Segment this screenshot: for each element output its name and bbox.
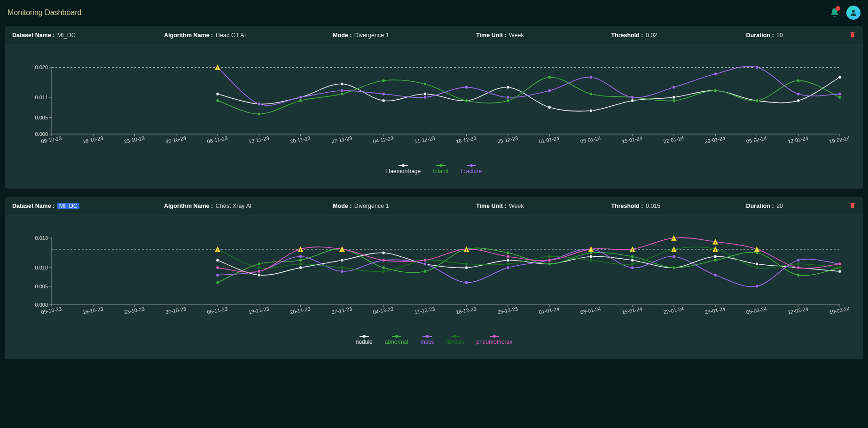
svg-point-68	[216, 99, 219, 103]
user-icon	[849, 8, 858, 17]
legend-label: mass	[421, 339, 434, 345]
svg-point-179	[672, 266, 675, 269]
svg-point-57	[423, 92, 427, 95]
svg-text:!: !	[342, 248, 343, 253]
svg-point-223	[506, 255, 509, 258]
svg-point-195	[672, 255, 675, 258]
svg-text:12-02-24: 12-02-24	[787, 135, 808, 144]
svg-point-92	[548, 89, 551, 92]
legend-label: nodule	[356, 339, 373, 345]
svg-point-62	[631, 99, 634, 103]
svg-text:13-11-23: 13-11-23	[248, 135, 269, 144]
svg-point-75	[506, 99, 509, 103]
legend-swatch-icon	[467, 164, 476, 167]
svg-point-159	[506, 259, 509, 262]
svg-text:25-12-23: 25-12-23	[497, 306, 518, 315]
delete-button[interactable]	[849, 202, 856, 210]
legend-item[interactable]: Fracture	[461, 164, 482, 174]
svg-point-80	[714, 89, 717, 92]
svg-point-158	[465, 266, 468, 269]
divergence-chart[interactable]: 0.0000.0050.0110.02009-10-2316-10-2323-1…	[19, 63, 849, 161]
svg-text:!: !	[590, 248, 591, 253]
svg-text:!: !	[756, 248, 757, 253]
legend-item[interactable]: abnormal	[385, 335, 408, 345]
svg-point-208	[548, 255, 551, 258]
delete-button[interactable]	[849, 31, 856, 39]
svg-point-74	[465, 99, 468, 103]
legend-item[interactable]: pneumothorax	[477, 335, 513, 345]
svg-point-96	[714, 72, 717, 76]
svg-point-207	[506, 262, 509, 266]
algorithm-label: Algorithm Name :	[164, 203, 213, 209]
user-avatar[interactable]	[846, 6, 860, 20]
dataset-value: MI_DC	[57, 32, 76, 39]
divergence-chart[interactable]: 0.0000.0050.0100.01809-10-2316-10-2323-1…	[19, 233, 849, 332]
legend-item[interactable]: nodule	[356, 335, 373, 345]
svg-text:!: !	[217, 248, 218, 253]
svg-point-60	[548, 106, 551, 109]
svg-point-230	[797, 266, 800, 269]
svg-point-89	[423, 95, 427, 99]
svg-point-209	[589, 259, 593, 262]
legend-swatch-icon	[360, 335, 369, 338]
threshold-label: Threshold :	[611, 203, 643, 209]
dataset-label: Dataset Name :	[12, 203, 55, 209]
svg-text:27-11-23: 27-11-23	[331, 135, 352, 144]
timeunit-label: Time Unit :	[476, 32, 506, 39]
mode-value: Divergence 1	[354, 32, 389, 39]
mode-value: Divergence 1	[354, 203, 389, 209]
svg-point-56	[382, 99, 385, 103]
svg-point-186	[299, 255, 302, 258]
svg-text:25-12-23: 25-12-23	[497, 135, 518, 144]
svg-point-67	[838, 76, 842, 79]
svg-point-70	[299, 99, 302, 103]
notifications-button[interactable]	[829, 8, 840, 18]
svg-point-213	[755, 266, 759, 269]
svg-text:30-10-23: 30-10-23	[165, 135, 186, 144]
svg-point-69	[258, 112, 261, 116]
svg-point-217	[258, 270, 261, 273]
svg-text:19-02-24: 19-02-24	[829, 306, 849, 315]
svg-point-187	[340, 270, 344, 273]
svg-point-76	[548, 76, 551, 79]
svg-text:11-12-23: 11-12-23	[414, 306, 435, 315]
svg-text:06-11-23: 06-11-23	[207, 135, 228, 144]
svg-point-162	[631, 259, 634, 262]
svg-point-165	[755, 262, 759, 266]
legend-item[interactable]: Infarct	[433, 164, 448, 174]
svg-point-87	[340, 89, 344, 92]
svg-text:19-02-24: 19-02-24	[829, 135, 849, 144]
svg-text:15-01-24: 15-01-24	[621, 135, 642, 144]
svg-point-59	[506, 86, 509, 89]
svg-point-231	[838, 262, 842, 266]
svg-text:22-01-24: 22-01-24	[663, 135, 684, 144]
svg-point-169	[258, 262, 261, 266]
svg-point-154	[299, 266, 302, 269]
timeunit-value: Week	[509, 203, 524, 209]
svg-point-172	[382, 266, 385, 269]
svg-text:20-11-23: 20-11-23	[289, 135, 311, 144]
svg-point-214	[797, 262, 800, 266]
page-title: Monitoring Dashboard	[8, 8, 81, 17]
legend-item[interactable]: Haemorrhage	[386, 164, 421, 174]
svg-text:08-01-24: 08-01-24	[580, 135, 601, 144]
svg-text:01-01-24: 01-01-24	[539, 135, 560, 144]
svg-text:27-11-23: 27-11-23	[331, 306, 352, 315]
svg-point-216	[216, 266, 219, 269]
legend-item[interactable]: fibrosis	[446, 335, 464, 345]
duration-value: 20	[776, 32, 783, 39]
svg-point-91	[506, 95, 509, 99]
svg-text:05-02-24: 05-02-24	[746, 135, 767, 144]
svg-point-194	[631, 266, 634, 269]
svg-point-178	[631, 255, 634, 258]
notification-dot-icon	[836, 6, 840, 11]
legend-swatch-icon	[392, 335, 401, 338]
svg-text:30-10-23: 30-10-23	[165, 306, 186, 315]
legend-item[interactable]: mass	[421, 335, 434, 345]
legend-label: Infarct	[433, 168, 448, 174]
threshold-value: 0.015	[646, 203, 660, 209]
svg-text:!: !	[673, 248, 674, 253]
svg-point-189	[423, 262, 427, 266]
svg-point-0	[852, 10, 855, 13]
svg-point-221	[423, 259, 427, 262]
